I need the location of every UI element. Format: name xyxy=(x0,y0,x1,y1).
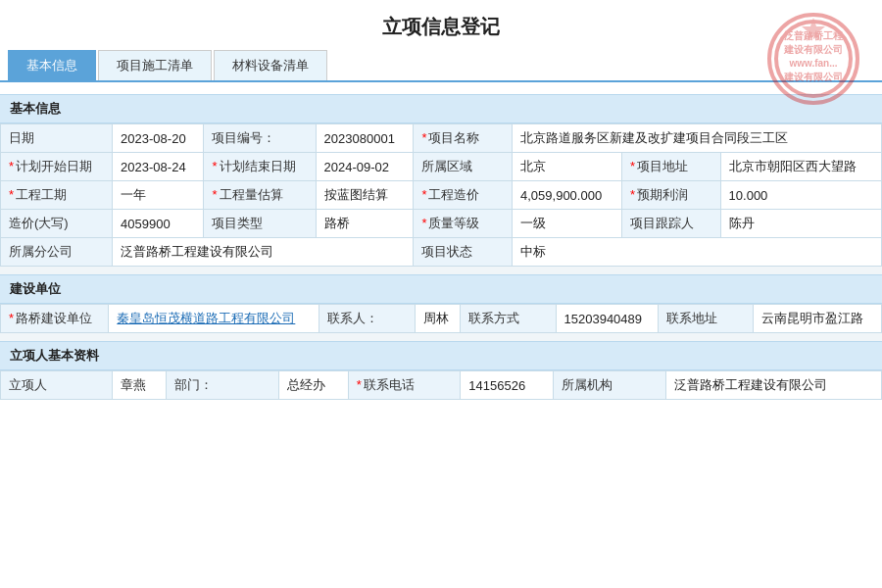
label-contact-method: 联系方式 xyxy=(461,305,556,333)
page-title: 立项信息登记 xyxy=(0,0,882,50)
value-cost: 4,059,900.000 xyxy=(513,181,622,210)
label-date: 日期 xyxy=(1,124,113,153)
value-estimate: 按蓝图结算 xyxy=(316,181,414,210)
label-applicant: 立项人 xyxy=(1,371,113,400)
label-cost: *工程造价 xyxy=(414,181,513,210)
value-contact-person: 周林 xyxy=(415,305,460,333)
label-estimate: *工程量估算 xyxy=(204,181,316,210)
value-region: 北京 xyxy=(513,153,622,181)
label-duration: *工程工期 xyxy=(1,181,113,210)
label-status: 项目状态 xyxy=(414,238,513,267)
construction-unit-header: 建设单位 xyxy=(0,274,882,304)
value-project-no: 2023080001 xyxy=(316,124,414,153)
tab-bar: 基本信息 项目施工清单 材料设备清单 xyxy=(0,50,882,82)
label-org: 所属机构 xyxy=(554,371,665,400)
label-project-type: 项目类型 xyxy=(204,210,316,238)
label-contact-address: 联系地址 xyxy=(658,305,753,333)
label-road-bridge-unit: *路桥建设单位 xyxy=(1,305,109,333)
value-cost-cn: 4059900 xyxy=(113,210,204,238)
label-address: *项目地址 xyxy=(621,153,720,181)
label-project-no: 项目编号： xyxy=(204,124,316,153)
table-row: 立项人 章燕 部门： 总经办 *联系电话 14156526 所属机构 泛普路桥工… xyxy=(1,371,882,400)
value-project-type: 路桥 xyxy=(316,210,414,238)
label-tracker: 项目跟踪人 xyxy=(621,210,720,238)
value-company: 泛普路桥工程建设有限公司 xyxy=(113,238,414,267)
value-contact-method: 15203940489 xyxy=(556,305,658,333)
applicant-info-header: 立项人基本资料 xyxy=(0,341,882,370)
value-profit: 10.000 xyxy=(720,181,881,210)
label-end-date: *计划结束日期 xyxy=(204,153,316,181)
label-company: 所属分公司 xyxy=(1,238,113,267)
value-quality: 一级 xyxy=(513,210,622,238)
value-applicant: 章燕 xyxy=(113,371,167,400)
label-contact-person: 联系人： xyxy=(319,305,415,333)
value-tracker: 陈丹 xyxy=(720,210,881,238)
value-phone: 14156526 xyxy=(461,371,554,400)
value-org: 泛普路桥工程建设有限公司 xyxy=(665,371,881,400)
value-status: 中标 xyxy=(513,238,882,267)
tab-construction-list[interactable]: 项目施工清单 xyxy=(98,50,212,80)
tab-materials-list[interactable]: 材料设备清单 xyxy=(214,50,327,80)
value-contact-address: 云南昆明市盈江路 xyxy=(754,305,882,333)
tab-basic-info[interactable]: 基本信息 xyxy=(8,50,96,80)
label-profit: *预期利润 xyxy=(621,181,720,210)
table-row: 所属分公司 泛普路桥工程建设有限公司 项目状态 中标 xyxy=(1,238,882,267)
label-region: 所属区域 xyxy=(414,153,513,181)
value-start-date: 2023-08-24 xyxy=(113,153,204,181)
table-row: *工程工期 一年 *工程量估算 按蓝图结算 *工程造价 4,059,900.00… xyxy=(1,181,882,210)
value-duration: 一年 xyxy=(113,181,204,210)
value-address: 北京市朝阳区西大望路 xyxy=(720,153,881,181)
table-row: *计划开始日期 2023-08-24 *计划结束日期 2024-09-02 所属… xyxy=(1,153,882,181)
value-end-date: 2024-09-02 xyxy=(316,153,414,181)
value-project-name: 北京路道服务区新建及改扩建项目合同段三工区 xyxy=(513,124,882,153)
label-start-date: *计划开始日期 xyxy=(1,153,113,181)
label-department: 部门： xyxy=(167,371,278,400)
value-road-bridge-unit[interactable]: 秦皇岛恒茂横道路工程有限公司 xyxy=(109,305,319,333)
table-row: *路桥建设单位 秦皇岛恒茂横道路工程有限公司 联系人： 周林 联系方式 1520… xyxy=(1,305,882,333)
label-cost-cn: 造价(大写) xyxy=(1,210,113,238)
table-row: 造价(大写) 4059900 项目类型 路桥 *质量等级 一级 项目跟踪人 陈丹 xyxy=(1,210,882,238)
label-project-name: *项目名称 xyxy=(414,124,513,153)
label-phone: *联系电话 xyxy=(348,371,460,400)
table-row: 日期 2023-08-20 项目编号： 2023080001 *项目名称 北京路… xyxy=(1,124,882,153)
applicant-info-table: 立项人 章燕 部门： 总经办 *联系电话 14156526 所属机构 泛普路桥工… xyxy=(0,370,882,400)
label-quality: *质量等级 xyxy=(414,210,513,238)
basic-info-table: 日期 2023-08-20 项目编号： 2023080001 *项目名称 北京路… xyxy=(0,123,882,267)
basic-info-header: 基本信息 xyxy=(0,94,882,123)
value-department: 总经办 xyxy=(278,371,348,400)
value-date: 2023-08-20 xyxy=(113,124,204,153)
construction-unit-table: *路桥建设单位 秦皇岛恒茂横道路工程有限公司 联系人： 周林 联系方式 1520… xyxy=(0,304,882,333)
